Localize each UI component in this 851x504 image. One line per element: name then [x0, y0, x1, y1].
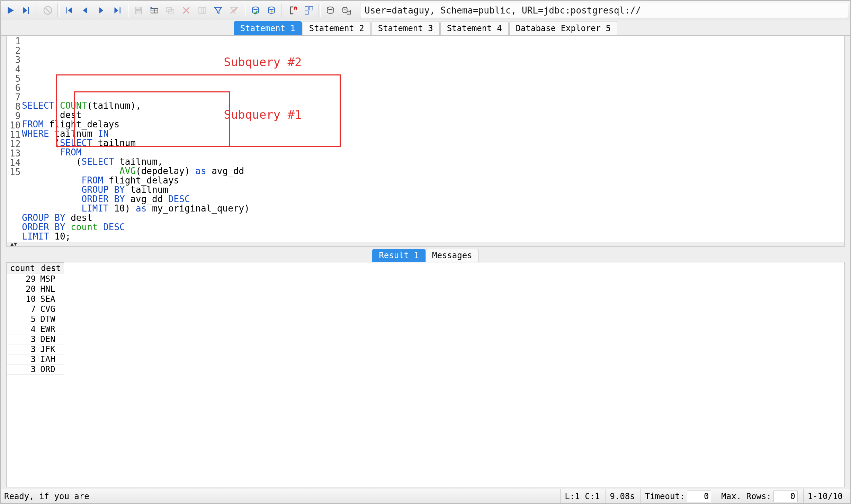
table-row[interactable]: 20HNL	[7, 284, 64, 294]
cursor-position: L:1 C:1	[560, 489, 604, 503]
column-header-count[interactable]: count	[7, 262, 38, 274]
row-range: 1-10/10	[803, 489, 847, 503]
result-grid[interactable]: countdest29MSP20HNL10SEA7CVG5DTW4EWR3DEN…	[6, 262, 845, 487]
result-tab-result-1[interactable]: Result 1	[372, 249, 426, 262]
svg-text:!: !	[295, 7, 296, 10]
status-message: Ready, if you are	[4, 492, 559, 501]
svg-rect-24	[305, 11, 308, 14]
append-results-button[interactable]	[301, 3, 316, 18]
svg-rect-23	[309, 6, 313, 10]
svg-rect-5	[136, 7, 140, 9]
execute-to-cursor-button[interactable]	[19, 3, 34, 18]
svg-rect-4	[120, 7, 121, 14]
svg-rect-22	[305, 6, 308, 10]
last-row-button[interactable]	[109, 3, 125, 18]
table-row[interactable]: 3JFK	[7, 344, 64, 354]
execute-button[interactable]	[3, 3, 18, 18]
sql-code[interactable]: Subquery #2 Subquery #1 SELECT COUNT(tai…	[22, 37, 249, 241]
copy-row-button[interactable]	[163, 3, 178, 18]
commit-button[interactable]	[248, 3, 263, 18]
tab-statement-2[interactable]: Statement 2	[303, 21, 371, 35]
table-row[interactable]: 3IAH	[7, 354, 64, 364]
statement-tabbar: Statement 1Statement 2Statement 3Stateme…	[1, 20, 850, 36]
clear-filter-button[interactable]	[226, 3, 242, 18]
app-root: ! User=dataguy, Schema=public, URL=jdbc:…	[0, 0, 851, 504]
tab-statement-3[interactable]: Statement 3	[371, 21, 440, 35]
editor-result-splitter[interactable]: ▲▼	[7, 242, 844, 246]
prev-row-button[interactable]	[78, 3, 93, 18]
line-number-gutter: 123456789101112131415	[7, 37, 22, 241]
sql-editor[interactable]: 123456789101112131415 Subquery #2 Subque…	[6, 36, 845, 247]
svg-rect-14	[199, 7, 206, 14]
save-button[interactable]	[131, 3, 146, 18]
table-row[interactable]: 5DTW	[7, 314, 64, 324]
insert-row-button[interactable]	[147, 3, 162, 18]
rollback-button[interactable]	[264, 3, 279, 18]
svg-point-26	[343, 7, 347, 9]
svg-rect-27	[347, 10, 351, 14]
tab-statement-4[interactable]: Statement 4	[440, 21, 509, 35]
select-columns-button[interactable]	[195, 3, 210, 18]
table-row[interactable]: 7CVG	[7, 304, 64, 314]
stop-button[interactable]	[40, 3, 55, 18]
svg-rect-0	[28, 7, 29, 14]
svg-point-25	[327, 7, 333, 10]
db-details-button[interactable]	[339, 3, 354, 18]
svg-point-19	[268, 7, 275, 10]
svg-point-18	[252, 7, 259, 10]
table-row[interactable]: 29MSP	[7, 274, 64, 284]
column-header-dest[interactable]: dest	[38, 262, 64, 274]
toolbar: ! User=dataguy, Schema=public, URL=jdbc:…	[1, 1, 850, 20]
table-row[interactable]: 3DEN	[7, 334, 64, 344]
delete-row-button[interactable]	[179, 3, 194, 18]
first-row-button[interactable]	[62, 3, 77, 18]
status-bar: Ready, if you are L:1 C:1 9.08s Timeout:…	[1, 489, 850, 503]
toggle-autocommit-button[interactable]: !	[285, 3, 301, 18]
table-row[interactable]: 3ORD	[7, 364, 64, 374]
svg-rect-3	[66, 7, 67, 14]
timeout-cell: Timeout: 0	[641, 489, 716, 503]
result-tabbar: Result 1Messages	[1, 247, 850, 262]
next-row-button[interactable]	[93, 3, 109, 18]
connection-info: User=dataguy, Schema=public, URL=jdbc:po…	[360, 3, 848, 18]
maxrows-value[interactable]: 0	[773, 490, 798, 502]
tab-statement-1[interactable]: Statement 1	[234, 21, 302, 35]
table-row[interactable]: 10SEA	[7, 294, 64, 304]
maxrows-cell: Max. Rows: 0	[717, 489, 802, 503]
table-row[interactable]: 4EWR	[7, 324, 64, 334]
filter-button[interactable]	[210, 3, 226, 18]
exec-time: 9.08s	[606, 489, 639, 503]
subquery-2-label: Subquery #2	[224, 56, 302, 68]
maxrows-label: Max. Rows:	[721, 492, 771, 501]
db-object-button[interactable]	[323, 3, 338, 18]
result-tab-messages[interactable]: Messages	[426, 249, 479, 262]
timeout-label: Timeout:	[645, 492, 685, 501]
timeout-value[interactable]: 0	[687, 490, 711, 502]
tab-database-explorer-5[interactable]: Database Explorer 5	[509, 21, 618, 35]
svg-line-2	[46, 8, 50, 12]
svg-rect-6	[136, 11, 141, 14]
